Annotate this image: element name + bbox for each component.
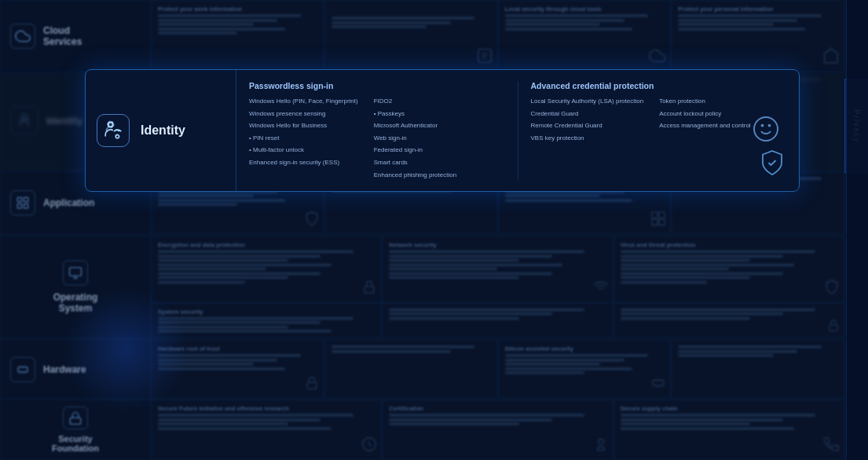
identity-content-area: Passwordless sign-in Windows Hello (PIN,… <box>236 70 799 191</box>
passwordless-title: Passwordless sign-in <box>249 81 505 90</box>
passwordless-col1: Windows Hello (PIN, Face, Fingerprint) W… <box>249 96 358 180</box>
identity-panel: Identity Passwordless sign-in Windows He… <box>85 69 800 192</box>
adv-item-3: Remote Credential Guard <box>531 120 644 131</box>
adv-item-5: Token protection <box>659 96 751 107</box>
svg-rect-14 <box>307 382 317 388</box>
svg-rect-5 <box>24 204 28 208</box>
adv-item-7: Access management and control <box>659 120 751 131</box>
identity-label-text: Identity <box>141 123 185 138</box>
pw-item-5: • Multi-factor unlock <box>249 145 358 156</box>
svg-rect-3 <box>24 197 28 201</box>
adv-item-1: Local Security Authority (LSA) protectio… <box>531 96 644 107</box>
shield-icon <box>758 149 786 180</box>
pw-item-3: Windows Hello for Business <box>249 120 358 131</box>
advanced-section: Advanced credential protection Local Sec… <box>531 81 787 180</box>
advanced-title: Advanced credential protection <box>531 81 787 90</box>
svg-rect-13 <box>18 367 27 372</box>
pw-item-6: Enhanced sign-in security (ESS) <box>249 157 358 168</box>
svg-rect-11 <box>364 286 374 293</box>
svg-rect-9 <box>659 219 665 226</box>
identity-label-panel: Identity <box>86 70 236 191</box>
svg-rect-10 <box>70 267 82 276</box>
pw-item-11: Federated sign-in <box>374 145 456 156</box>
svg-rect-4 <box>17 204 21 208</box>
advanced-items: Local Security Authority (LSA) protectio… <box>531 96 787 143</box>
passwordless-items: Windows Hello (PIN, Face, Fingerprint) W… <box>249 96 505 180</box>
passwordless-col2: FIDO2 • Passkeys Microsoft Authenticator… <box>374 96 456 180</box>
pw-item-1: Windows Hello (PIN, Face, Fingerprint) <box>249 96 358 107</box>
cloud-row-bg: CloudServices Protect your work informat… <box>0 0 844 72</box>
identity-icon-wrap <box>97 114 130 147</box>
pw-item-13: Enhanced phishing protection <box>374 170 456 181</box>
svg-point-1 <box>21 115 27 120</box>
svg-rect-15 <box>654 381 664 386</box>
svg-rect-16 <box>70 418 81 424</box>
passwordless-section: Passwordless sign-in Windows Hello (PIN,… <box>249 81 518 180</box>
pw-item-12: Smart cards <box>374 157 456 168</box>
svg-point-18 <box>598 439 603 444</box>
svg-rect-7 <box>659 212 665 219</box>
pw-item-10: Web sign-in <box>374 133 456 144</box>
svg-rect-6 <box>652 212 658 219</box>
svg-rect-8 <box>652 219 658 226</box>
pw-item-8: • Passkeys <box>374 109 456 120</box>
pw-item-4: • PIN reset <box>249 133 358 144</box>
adv-item-2: Credential Guard <box>531 109 644 120</box>
security-row-bg: SecurityFoundation Secure Future Initiat… <box>0 399 844 460</box>
pw-item-9: Microsoft Authenticator <box>374 120 456 131</box>
advanced-col2: Token protection Account lockout policy … <box>659 96 751 143</box>
pw-item-2: Windows presence sensing <box>249 109 358 120</box>
adv-item-4: VBS key protection <box>531 133 644 144</box>
pw-item-7: FIDO2 <box>374 96 456 107</box>
svg-rect-12 <box>830 325 838 331</box>
os-row-bg: OperatingSystem Encryption and data prot… <box>0 236 844 338</box>
svg-point-21 <box>108 123 112 127</box>
adv-item-6: Account lockout policy <box>659 109 751 120</box>
hardware-row-bg: Hardware Hardware root of trust Silicon … <box>0 340 844 399</box>
svg-rect-2 <box>17 197 21 201</box>
advanced-col1: Local Security Authority (LSA) protectio… <box>531 96 644 143</box>
right-edge <box>846 0 868 460</box>
